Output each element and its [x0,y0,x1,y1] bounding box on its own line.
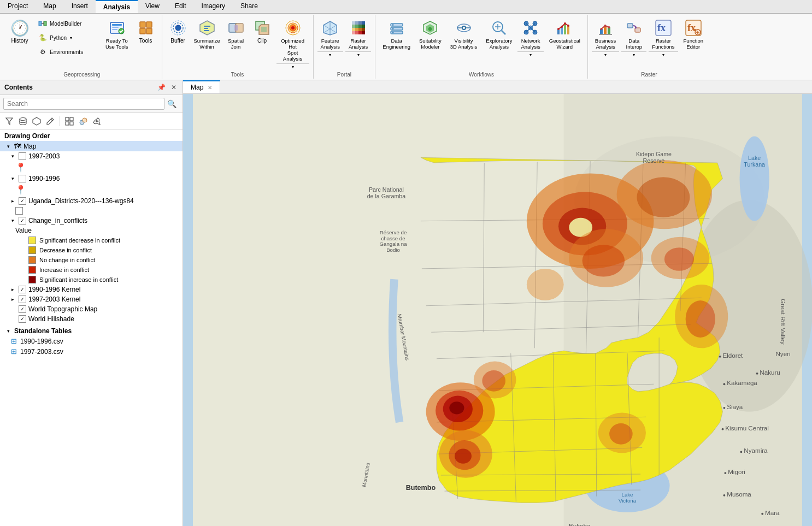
geostatistical-wizard-button[interactable]: GeostatisticalWizard [545,17,584,52]
map-expander[interactable]: ▾ [4,143,12,150]
network-analysis-arrow[interactable]: ▾ [517,51,543,58]
raster-functions-button[interactable]: fx RasterFunctions ▾ [648,17,678,58]
checkbox-kernel-1990[interactable] [19,286,26,293]
tools-small-icon[interactable] [91,115,103,127]
pin-1997-2003[interactable]: 📍 [0,161,183,174]
layer-change-conflicts[interactable]: ▾ Change_in_conflicts [0,216,183,226]
geoprocessing-label: Geoprocessing [5,72,158,78]
pin-button[interactable]: 📌 [156,84,167,91]
layer-kernel-1990[interactable]: ▸ 1990-1996 Kernel [0,285,183,294]
checkbox-world-hillshade[interactable] [19,315,26,323]
layer-map[interactable]: ▾ 🗺 Map [0,141,183,151]
layer-world-hillshade[interactable]: World Hillshade [0,314,183,324]
optimized-hot-spot-arrow[interactable]: ▾ [276,63,309,70]
business-analysis-arrow[interactable]: ▾ [592,51,620,58]
buffer-button[interactable]: Buffer [166,17,191,46]
feature-analysis-arrow[interactable]: ▾ [317,51,343,58]
map-tab-close[interactable]: ✕ [208,85,212,91]
raster-analysis-arrow[interactable]: ▾ [345,51,371,58]
pin-1990-1996[interactable]: 📍 [0,184,183,196]
kernel1997-expander[interactable]: ▸ [9,295,16,303]
data-interop-arrow[interactable]: ▾ [621,51,646,58]
edit-icon[interactable] [44,115,56,127]
history-button[interactable]: 🕐 History [5,17,34,46]
business-analysis-button[interactable]: BusinessAnalysis ▾ [591,17,620,58]
clip-button[interactable]: Clip [250,17,275,46]
dot-musoma [723,494,725,497]
database-icon[interactable] [17,115,29,127]
tab-analysis[interactable]: Analysis [96,0,138,13]
search-input[interactable] [3,98,164,110]
close-panel-button[interactable]: ✕ [169,84,178,91]
spatial-join-button[interactable]: SpatialJoin [223,17,249,52]
tab-insert[interactable]: Insert [64,0,96,13]
svg-rect-10 [146,22,152,27]
data-interop-main[interactable]: DataInterop [621,17,646,51]
group-1990-expander[interactable]: ▾ [9,175,16,182]
svg-line-105 [51,119,52,121]
environments-button[interactable]: ⚙ Environments [35,45,101,58]
geoprocessing-small-group: ModelBuilder 🐍 Python ▾ ⚙ Environments [35,17,101,58]
paint-icon[interactable] [77,115,89,127]
map-canvas[interactable]: Parc National de la Garamba Réserve de c… [183,94,812,526]
business-analysis-main[interactable]: BusinessAnalysis [592,17,620,51]
svg-rect-36 [358,21,362,25]
layer-1997-2003[interactable]: ▾ 1997-2003 [0,151,183,161]
search-button[interactable]: 🔍 [164,98,179,109]
checkbox-uganda[interactable] [19,197,26,205]
tab-project[interactable]: Project [0,0,36,13]
conflicts-expander[interactable]: ▾ [9,217,16,224]
optimized-hot-spot-main[interactable]: Optimized HotSpot Analysis [276,17,309,63]
checkbox-kernel-1997[interactable] [19,295,26,303]
checkbox-world-topo[interactable] [19,305,26,313]
tab-share[interactable]: Share [233,0,266,13]
suitability-modeler-button[interactable]: SuitabilityModeler [415,17,445,52]
standalone-expander[interactable]: ▾ [4,327,12,335]
tab-view[interactable]: View [138,0,167,13]
feature-analysis-main[interactable]: FeatureAnalysis [317,17,343,51]
raster-analysis-main[interactable]: RasterAnalysis [345,17,371,51]
tools-button[interactable]: Tools [133,17,158,46]
layer-kernel-1997[interactable]: ▸ 1997-2003 Kernel [0,294,183,304]
raster-analysis-button[interactable]: RasterAnalysis ▾ [345,17,372,58]
modelbuilder-button[interactable]: ModelBuilder [35,17,101,30]
grid-icon[interactable] [63,115,75,127]
kernel1990-expander[interactable]: ▸ [9,286,16,293]
python-arrow: ▾ [70,36,72,40]
tab-imagery[interactable]: Imagery [194,0,233,13]
python-button[interactable]: 🐍 Python ▾ [35,31,101,44]
checkbox-1997-2003[interactable] [19,152,26,160]
raster-functions-arrow[interactable]: ▾ [649,51,678,58]
feature-analysis-button[interactable]: FeatureAnalysis ▾ [317,17,344,58]
uganda-expander[interactable]: ▸ [9,197,16,205]
tab-map[interactable]: Map [36,0,63,13]
checkbox-conflicts[interactable] [19,217,26,224]
ribbon: Project Map Insert Analysis View Edit Im… [0,0,812,80]
ready-to-use-button[interactable]: Ready ToUse Tools [102,17,132,52]
table-1997-2003[interactable]: ⊞ 1997-2003.csv [0,346,183,357]
network-analysis-main[interactable]: NetworkAnalysis [517,17,543,51]
checkbox-1990-1996[interactable] [19,175,26,182]
visibility-3d-button[interactable]: Visibility3D Analysis [446,17,481,52]
optimized-hot-spot-button[interactable]: Optimized HotSpot Analysis ▾ [276,17,310,70]
label-kernel-1990: 1990-1996 Kernel [28,286,80,293]
filter-icon[interactable] [3,115,15,127]
table-1990-1996[interactable]: ⊞ 1990-1996.csv [0,336,183,346]
summarize-within-button[interactable]: SummarizeWithin [192,17,222,52]
data-interop-button[interactable]: DataInterop ▾ [621,17,647,58]
raster-functions-main[interactable]: fx RasterFunctions [649,17,678,51]
tab-edit[interactable]: Edit [167,0,194,13]
exploratory-analysis-button[interactable]: ExploratoryAnalysis [482,17,516,52]
svg-point-117 [740,137,769,221]
group-1997-expander[interactable]: ▾ [9,152,16,160]
network-analysis-button[interactable]: NetworkAnalysis ▾ [517,17,544,58]
workflows-label: Workflows [379,72,584,78]
data-engineering-button[interactable]: DataEngineering [379,17,414,52]
polygon-icon[interactable] [31,115,43,127]
map-tab[interactable]: Map ✕ [183,80,220,93]
layer-world-topo[interactable]: World Topographic Map [0,304,183,314]
function-editor-button[interactable]: fx FunctionEditor [680,17,707,52]
layer-1990-1996[interactable]: ▾ 1990-1996 [0,174,183,184]
layer-uganda-districts[interactable]: ▸ Uganda_Districts-2020---136-wgs84 [0,196,183,206]
svg-point-153 [609,423,633,445]
